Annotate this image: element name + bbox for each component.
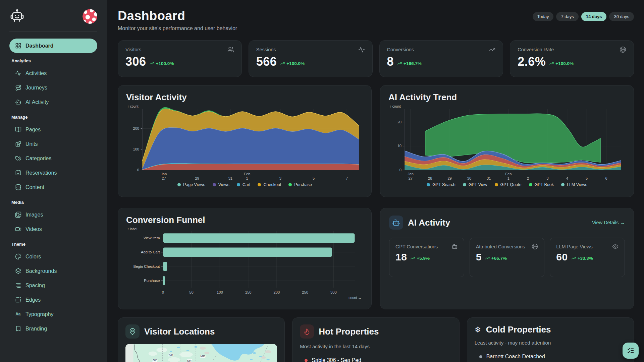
legend-item-checkout[interactable]: Checkout [258,182,281,187]
sidebar-item-backgrounds[interactable]: Backgrounds [9,264,97,278]
sidebar-item-activities[interactable]: Activities [9,66,97,80]
legend-label: Cart [243,182,251,187]
eye-icon [612,243,619,250]
sidebar-item-label: Backgrounds [25,268,57,274]
legend-item-llm-views[interactable]: LLM Views [561,182,587,187]
legend-item-gpt-book[interactable]: GPT Book [529,182,554,187]
sidebar-item-edges[interactable]: Edges [9,293,97,307]
sidebar-item-label: Edges [25,297,41,303]
ai-activity-header: AI Activity View Details → [389,216,625,230]
conversion-funnel-title: Conversion Funnel [126,215,363,225]
ai-trend-chart: 01020Jan2728293031Feb123456↑ count [388,104,626,182]
stat-label: Attributed Conversions [476,244,525,249]
range-button-30-days[interactable]: 30 days [609,12,634,21]
legend-item-purchase[interactable]: Purchase [288,182,312,187]
sidebar-item-dashboard[interactable]: Dashboard [9,39,97,53]
stat-label: Visitors [125,47,141,52]
sidebar-item-categories[interactable]: Categories [9,151,97,166]
map-label-bc: BC [153,358,157,362]
sidebar-item-images[interactable]: Images [9,207,97,222]
bot-icon [451,243,458,250]
svg-text:0: 0 [137,168,139,172]
legend-dot [495,183,498,186]
cold-property-item[interactable]: Barnett Coach Detached [475,354,626,360]
sidebar-item-label: Branding [25,326,47,332]
map-label-mb: MB [200,354,205,358]
sidebar-item-journeys[interactable]: Journeys [9,80,97,95]
svg-text:↑ label: ↑ label [127,227,138,231]
sidebar-item-label: Videos [25,226,42,232]
route-icon [15,84,21,91]
sidebar-item-content[interactable]: Content [9,180,97,194]
cold-property-name: Barnett Coach Detached [486,354,545,360]
legend-label: GPT Book [535,182,554,187]
sidebar-item-colors[interactable]: Colors [9,249,97,264]
flame-icon [300,324,314,339]
sidebar-item-typography[interactable]: AaTypography [9,307,97,321]
svg-text:30: 30 [467,176,471,180]
cold-properties-subtitle: Least activity - may need attention [475,340,626,346]
trend-badge: +100.0% [549,61,574,66]
trending-up-icon [489,46,495,53]
activity-icon [358,46,365,53]
conversion-funnel-chart: View ItemAdd to CartBegin CheckoutPurcha… [126,227,363,301]
legend-item-gpt-quote[interactable]: GPT Quote [495,182,522,187]
legend-dot [288,183,292,186]
svg-text:28: 28 [428,176,432,180]
stat-value: 8 [387,55,394,69]
sidebar-item-spacing[interactable]: Spacing [9,278,97,293]
svg-text:150: 150 [245,290,252,294]
legend-label: LLM Views [567,182,587,187]
checklist-fab-button[interactable] [623,343,639,359]
range-button-14-days[interactable]: 14 days [581,12,607,21]
legend-item-views[interactable]: Views [213,182,229,187]
visitor-locations-map[interactable]: ABMBBCSK [125,344,277,362]
app-logo-robot-icon[interactable] [9,9,25,24]
legend-item-gpt-search[interactable]: GPT Search [427,182,455,187]
svg-text:200: 200 [133,126,139,130]
svg-text:100: 100 [217,290,223,294]
legend-item-cart[interactable]: Cart [237,182,251,187]
user-avatar[interactable] [83,9,97,24]
stat-card-sessions: Sessions566+100.0% [249,40,373,77]
sidebar-item-reservations[interactable]: Reservations [9,166,97,180]
svg-text:31: 31 [228,176,232,180]
hot-properties-subtitle: Most activity in the last 14 days [300,344,451,349]
legend-dot [213,183,216,186]
ai-activity-cards: GPT Conversations18+5.9%Attributed Conve… [389,238,625,277]
sidebar-item-videos[interactable]: Videos [9,222,97,236]
svg-text:5: 5 [586,176,588,180]
snowflake-icon: ❄ [475,326,481,334]
cold-properties-header: ❄ Cold Properties [475,324,626,335]
images-icon [15,212,21,218]
bot-icon [389,216,403,230]
sidebar-item-ai-activity[interactable]: AI Activity [9,95,97,109]
sidebar-top [9,9,97,24]
ai-activity-panel: AI Activity View Details → GPT Conversat… [380,208,634,309]
cold-properties-card: ❄ Cold Properties Least activity - may n… [467,317,634,362]
users-icon [227,46,234,53]
legend-item-gpt-view[interactable]: GPT View [463,182,487,187]
range-button-today[interactable]: Today [533,12,554,21]
svg-text:↑ count: ↑ count [127,105,139,108]
hot-property-item[interactable]: Sable 306 - Sea Ped [300,357,451,362]
view-details-link[interactable]: View Details → [592,220,625,225]
svg-text:Aa: Aa [15,312,21,316]
svg-text:7: 7 [346,176,348,180]
range-button-7-days[interactable]: 7 days [556,12,578,21]
legend-item-page-views[interactable]: Page Views [177,182,205,187]
ai-activity-title: AI Activity [408,218,587,228]
trend-badge: +33.3% [571,256,593,261]
sidebar-section-theme: Theme [9,236,97,249]
sidebar-item-branding[interactable]: Branding [9,321,97,336]
sidebar-item-units[interactable]: Units [9,137,97,151]
svg-text:View Item: View Item [144,236,160,240]
legend-label: Checkout [263,182,281,187]
stat-card-visitors: Visitors306+100.0% [118,40,242,77]
sidebar-section-analytics: Analytics [9,53,97,66]
sidebar-item-label: Images [25,212,43,218]
ai-stat-card-llm-page-views: LLM Page Views60+33.3% [550,238,625,277]
sidebar-item-pages[interactable]: Pages [9,122,97,137]
charts-row: Visitor Activity 0100200Jan272931Feb1357… [118,85,634,197]
svg-text:200: 200 [274,290,280,294]
